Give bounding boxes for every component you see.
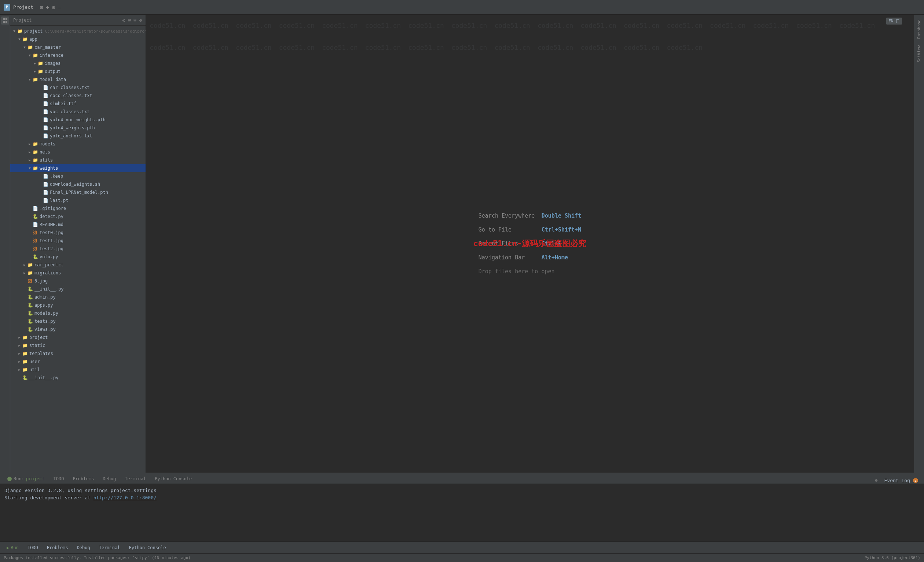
tree-item-inference[interactable]: ▼ 📁 inference [10,51,146,59]
folder-icon-project-folder: 📁 [22,335,28,340]
minimize-icon[interactable]: — [58,4,61,10]
tree-label-3jpg: 3.jpg [34,278,142,284]
tree-item-readme[interactable]: 📄 README.md [10,221,146,229]
python-console-button[interactable]: Python Console [125,543,170,552]
tree-label-voc-classes: voc_classes.txt [50,109,142,114]
tree-item-download-weights[interactable]: 📄 download_weights.sh [10,180,146,188]
bottom-settings-icon[interactable]: ⚙ [874,477,878,484]
arrow-app: ▼ [17,37,22,41]
tree-item-app[interactable]: ▼ 📁 app [10,35,146,43]
tab-run[interactable]: Run: project [3,473,49,484]
folder-icon-models: 📁 [32,141,38,147]
tree-item-voc-classes[interactable]: 📄 voc_classes.txt [10,108,146,116]
tree-label-last-pt: last.pt [50,198,142,203]
tree-item-lprnet[interactable]: 📄 Final_LPRNet_model.pth [10,188,146,196]
terminal-button[interactable]: Terminal [95,543,124,552]
tree-item-test2-jpg[interactable]: 🖼 test2.jpg [10,245,146,253]
file-icon-init-py-app: 🐍 [27,286,33,292]
settings-icon[interactable]: ⚙ [52,4,55,10]
tree-item-images[interactable]: ▶ 📁 images [10,59,146,67]
file-tree: ▼ 📁 project C:\Users\Administrator\Downl… [10,25,146,472]
arrow-migrations: ▶ [22,271,27,275]
tree-item-apps-py[interactable]: 🐍 apps.py [10,301,146,309]
tree-item-test1-jpg[interactable]: 🖼 test1.jpg [10,237,146,245]
console-line-1: Django Version 3.2.8, using settings pro… [4,487,920,494]
en-button[interactable]: EN 口 [886,18,902,25]
normalize-icon[interactable]: ⊟ [40,4,43,10]
tree-item-nets[interactable]: ▶ 📁 nets [10,148,146,156]
tree-label-car-classes: car_classes.txt [50,85,142,90]
sidebar-tab-database[interactable]: Database [915,16,923,42]
arrow-static: ▶ [17,344,22,347]
tab-todo[interactable]: TODO [49,473,68,484]
tree-item-models[interactable]: ▶ 📁 models [10,140,146,148]
tree-item-keep[interactable]: 📄 .keep [10,172,146,180]
tree-item-util[interactable]: ▶ 📁 util [10,366,146,374]
tree-item-views-py[interactable]: 🐍 views.py [10,325,146,333]
file-icon-yolo-py: 🐍 [32,254,38,260]
tree-item-admin-py[interactable]: 🐍 admin.py [10,293,146,301]
tree-item-last-pt[interactable]: 📄 last.pt [10,196,146,205]
tree-label-gitignore: .gitignore [40,206,142,211]
settings-panel-icon[interactable]: ⚙ [139,17,142,24]
bottom-tab-settings-area: ⚙ Event Log 2 [874,477,921,484]
tree-item-templates[interactable]: ▶ 📁 templates [10,350,146,357]
tree-item-weights[interactable]: ▼ 📁 weights [10,164,146,172]
tree-item-detect-py[interactable]: 🐍 detect.py [10,212,146,221]
tree-item-yolo-py[interactable]: 🐍 yolo.py [10,253,146,261]
locate-icon[interactable]: ◎ [122,17,126,24]
tab-debug[interactable]: Debug [98,473,120,484]
folder-icon-util: 📁 [22,367,28,372]
file-icon-last-pt: 📄 [42,197,48,203]
tree-item-project-folder[interactable]: ▶ 📁 project [10,333,146,341]
sidebar-tab-sciview[interactable]: SciView [915,42,923,65]
tree-item-init-py-root[interactable]: 🐍 __init__.py [10,374,146,382]
tree-item-test0-jpg[interactable]: 🖼 test0.jpg [10,229,146,237]
tree-item-model-data[interactable]: ▼ 📁 model_data [10,75,146,84]
event-log-btn[interactable]: Event Log 2 [882,478,921,483]
folder-icon-model-data: 📁 [32,76,38,82]
tree-item-car-master[interactable]: ▼ 📁 car_master [10,43,146,51]
tab-terminal[interactable]: Terminal [120,473,150,484]
python-console-btn-label: Python Console [129,545,166,550]
tree-item-car-predict[interactable]: ▶ 📁 car_predict [10,261,146,269]
problems-button[interactable]: Problems [43,543,72,552]
tab-problems[interactable]: Problems [68,473,98,484]
tree-item-simhei[interactable]: 📄 simhei.ttf [10,100,146,108]
file-icon-gitignore: 📄 [32,206,38,211]
tree-item-yolo4-voc-weights[interactable]: 📄 yolo4_voc_weights.pth [10,116,146,124]
tree-item-user[interactable]: ▶ 📁 user [10,357,146,366]
expand-all-icon[interactable]: ⊞ [127,17,131,24]
tree-item-root-project[interactable]: ▼ 📁 project C:\Users\Administrator\Downl… [10,27,146,35]
sidebar-tab-structure[interactable] [1,25,9,33]
arrow-templates: ▶ [17,352,22,356]
tree-item-init-py-app[interactable]: 🐍 __init__.py [10,285,146,293]
tree-item-models-py[interactable]: 🐍 models.py [10,309,146,317]
split-icon[interactable]: ÷ [46,4,49,10]
folder-icon-output: 📁 [38,69,43,75]
tree-item-migrations[interactable]: ▶ 📁 migrations [10,269,146,277]
tree-item-output[interactable]: ▶ 📁 output [10,67,146,75]
tree-item-tests-py[interactable]: 🐍 tests.py [10,317,146,325]
tree-item-yolo4-weights[interactable]: 📄 yolo4_weights.pth [10,124,146,132]
debug-button[interactable]: Debug [74,543,94,552]
tree-label-detect-py: detect.py [40,214,142,219]
server-url-link[interactable]: http://127.0.0.1:8000/ [93,495,157,501]
tree-item-car-classes[interactable]: 📄 car_classes.txt [10,84,146,91]
tree-item-gitignore[interactable]: 📄 .gitignore [10,205,146,212]
file-icon-yolo-anchors: 📄 [42,133,48,139]
tree-item-yolo-anchors[interactable]: 📄 yolo_anchors.txt [10,132,146,140]
tree-item-static[interactable]: ▶ 📁 static [10,341,146,350]
tree-item-utils[interactable]: ▶ 📁 utils [10,156,146,164]
tree-item-3jpg[interactable]: 🖼 3.jpg [10,277,146,285]
tree-label-templates: templates [29,351,142,356]
collapse-all-icon[interactable]: ⊟ [133,17,137,24]
tab-python-console[interactable]: Python Console [150,473,196,484]
file-icon-views-py: 🐍 [27,326,33,332]
file-icon-coco-classes: 📄 [42,93,48,99]
tree-item-coco-classes[interactable]: 📄 coco_classes.txt [10,91,146,100]
sidebar-tab-favorites[interactable] [1,465,9,472]
todo-button[interactable]: TODO [24,543,42,552]
sidebar-tab-project[interactable] [1,16,9,25]
run-button[interactable]: ▶ Run [3,543,22,552]
